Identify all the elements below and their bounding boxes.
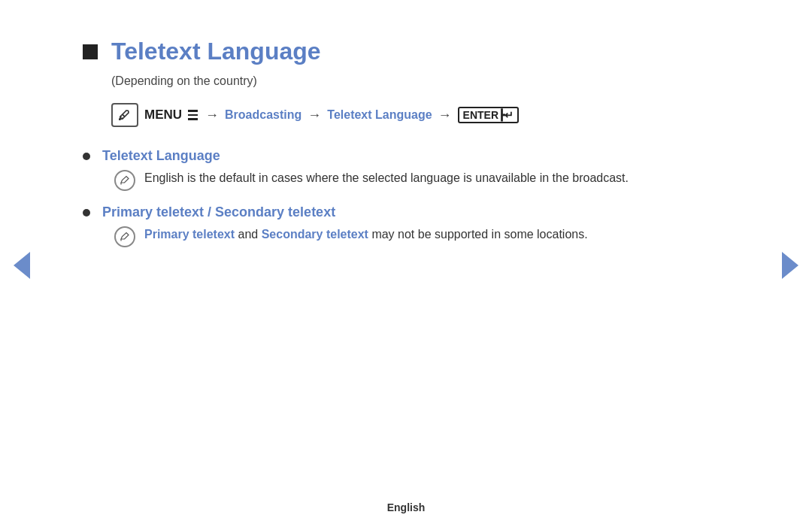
note-suffix: may not be supported in some locations.: [368, 228, 588, 241]
note-and: and: [235, 228, 262, 241]
path-broadcasting: Broadcasting: [225, 108, 301, 122]
note-icon-2: [114, 226, 135, 247]
menu-label: MENU: [144, 108, 182, 123]
path-teletext-language: Teletext Language: [327, 108, 432, 122]
menu-bars-icon: [188, 110, 198, 120]
note-primary-teletext: Primary teletext: [144, 228, 235, 241]
note-text-2: Primary teletext and Secondary teletext …: [144, 225, 588, 244]
title-square-icon: [83, 44, 98, 59]
menu-path: 🖊 MENU → Broadcasting → Teletext Languag…: [111, 103, 752, 127]
bullet-section-1: Teletext Language English is the default…: [83, 148, 752, 191]
bullet-dot-2: [83, 209, 90, 217]
subtitle: (Depending on the country): [111, 74, 752, 88]
arrow-sep-2: →: [308, 108, 321, 123]
note-text-1: English is the default in cases where th…: [144, 168, 629, 188]
enter-icon: ENTER┣↵: [458, 107, 519, 123]
page-container: Teletext Language (Depending on the coun…: [0, 0, 812, 530]
main-content: Teletext Language (Depending on the coun…: [83, 38, 752, 247]
menu-icon: 🖊: [111, 103, 138, 127]
bullet-section-2: Primary teletext / Secondary teletext Pr…: [83, 204, 752, 247]
bullet-dot-1: [83, 153, 90, 160]
nav-left-button[interactable]: [14, 252, 30, 279]
bullet-label-2: Primary teletext / Secondary teletext: [102, 204, 335, 220]
note-item-1: English is the default in cases where th…: [114, 168, 752, 191]
title-row: Teletext Language: [83, 38, 752, 65]
footer-language: English: [387, 501, 426, 513]
bullet-item-1: Teletext Language: [83, 148, 752, 164]
note-icon-1: [114, 170, 135, 191]
enter-label: ENTER: [463, 109, 498, 121]
page-title: Teletext Language: [111, 38, 321, 65]
nav-right-button[interactable]: [782, 252, 798, 279]
bullet-label-1: Teletext Language: [102, 148, 220, 164]
note-item-2: Primary teletext and Secondary teletext …: [114, 225, 752, 247]
bullet-item-2: Primary teletext / Secondary teletext: [83, 204, 752, 220]
arrow-sep-1: →: [205, 108, 219, 123]
arrow-sep-3: →: [438, 108, 452, 123]
svg-text:🖊: 🖊: [118, 109, 130, 122]
note-secondary-teletext: Secondary teletext: [262, 228, 368, 241]
